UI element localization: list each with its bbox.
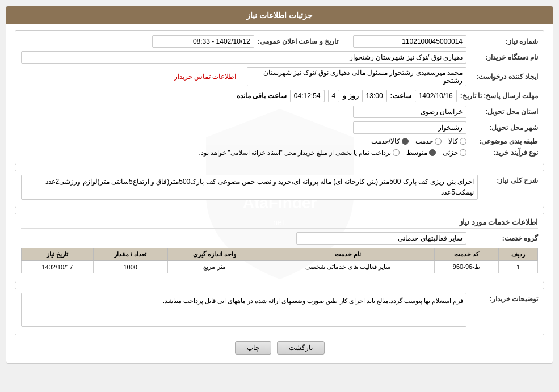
cell-quantity: 1000 <box>93 261 167 273</box>
creator-row: ایجاد کننده درخواست: محمد میرسعیدی رشتخو… <box>21 67 538 86</box>
deadline-time-box: 13:00 <box>362 90 387 102</box>
purchase-type-option-3-label: پرداخت تمام یا بخشی از مبلغ خریداز محل "… <box>199 149 391 157</box>
city-value: رشتخوار <box>353 121 466 134</box>
purchase-type-option-2[interactable]: متوسط <box>406 149 436 157</box>
services-section-title: اطلاعات خدمات مورد نیاز <box>21 218 538 229</box>
city-label: شهر محل تحویل: <box>470 124 538 132</box>
deadline-time-label: ساعت: <box>390 92 411 100</box>
creator-value: محمد میرسعیدی رشتخوار مسئول مالی دهیاری … <box>247 67 467 86</box>
print-button[interactable]: چاپ <box>235 341 271 355</box>
col-header-name: نام خدمت <box>262 248 434 261</box>
main-card: جزئیات اطلاعات نیاز AtaFinder .net شماره… <box>6 6 553 364</box>
need-number-label: شماره نیاز: <box>470 37 538 45</box>
page-wrapper: جزئیات اطلاعات نیاز AtaFinder .net شماره… <box>0 0 559 392</box>
cell-date: 1402/10/17 <box>22 261 94 273</box>
category-option-1-label: کالا <box>448 137 458 145</box>
back-button[interactable]: بازگشت <box>277 341 325 355</box>
creator-label: ایجاد کننده درخواست: <box>470 73 538 81</box>
category-option-3-label: کالا/خدمت <box>371 137 400 145</box>
need-number-value: 1102100045000014 <box>353 35 466 48</box>
cell-unit: متر مربع <box>167 261 262 273</box>
need-description-value: اجرای بتن ریزی کف پارک 500متر (بتن کارخا… <box>21 175 478 200</box>
cell-row: 1 <box>499 261 538 273</box>
purchase-type-option-1[interactable]: جزئی <box>443 149 466 157</box>
purchase-radio-icon-3 <box>393 149 400 156</box>
radio-icon-2 <box>435 138 442 145</box>
category-option-2-label: خدمت <box>415 137 433 145</box>
radio-icon-3 <box>402 138 409 145</box>
content: شماره نیاز: 1102100045000014 تاریخ و ساع… <box>15 30 544 357</box>
purchase-type-label: نوع فرآیند خرید: <box>470 149 538 157</box>
deadline-label: مهلت ارسال پاسخ: تا تاریخ: <box>460 92 538 100</box>
radio-icon-1 <box>460 138 466 145</box>
deadline-remaining-box: 04:12:54 <box>290 90 325 102</box>
purchase-type-option-3[interactable]: پرداخت تمام یا بخشی از مبلغ خریداز محل "… <box>199 149 400 157</box>
deadline-day-label: روز و <box>343 92 358 100</box>
datetime-label: تاریخ و ساعت اعلان عمومی: <box>258 37 338 45</box>
deadline-days-box: 4 <box>328 90 340 102</box>
deadline-row: مهلت ارسال پاسخ: تا تاریخ: 1402/10/16 سا… <box>21 90 538 102</box>
services-section: اطلاعات خدمات مورد نیاز گروه خدمت: سایر … <box>15 213 544 283</box>
table-row: 1 ط-96-960 سایر فعالیت های خدماتی شخصی م… <box>22 261 538 273</box>
category-option-2[interactable]: خدمت <box>415 137 442 145</box>
notes-label: توضیحات خریدار: <box>470 295 538 303</box>
city-row: شهر محل تحویل: رشتخوار <box>21 121 538 134</box>
table-header-row: ردیف کد خدمت نام خدمت واحد اندازه گیری ت… <box>22 248 538 261</box>
purchase-type-option-1-label: جزئی <box>443 149 458 157</box>
purchase-radio-icon-2 <box>429 149 436 156</box>
purchase-type-row: نوع فرآیند خرید: جزئی متوسط <box>21 149 538 157</box>
notes-value: فرم استعلام بها پیوست گردد.مبالغ باید اج… <box>21 293 466 327</box>
col-header-row: ردیف <box>499 248 538 261</box>
need-description-section: شرح کلی نیاز: اجرای بتن ریزی کف پارک 500… <box>15 170 544 208</box>
need-number-row: شماره نیاز: 1102100045000014 تاریخ و ساع… <box>21 35 538 48</box>
service-group-label: گروه خدمت: <box>470 234 538 242</box>
cell-name: سایر فعالیت های خدماتی شخصی <box>262 261 434 273</box>
creator-contact-link[interactable]: اطلاعات تماس خریدار <box>21 70 240 83</box>
button-row: بازگشت چاپ <box>15 341 544 357</box>
category-option-1[interactable]: کالا <box>448 137 466 145</box>
datetime-value: 1402/10/12 - 08:33 <box>152 35 254 48</box>
category-row: طبقه بندی موضوعی: کالا خدمت <box>21 137 538 145</box>
purchase-radio-icon-1 <box>460 149 466 156</box>
notes-section: توضیحات خریدار: فرم استعلام بها پیوست گر… <box>15 288 544 335</box>
page-title: جزئیات اطلاعات نیاز <box>6 6 553 24</box>
deadline-date-box: 1402/10/16 <box>415 90 457 102</box>
province-value: خراسان رضوی <box>353 106 466 118</box>
need-description-row: شرح کلی نیاز: اجرای بتن ریزی کف پارک 500… <box>21 175 538 200</box>
need-description-label: شرح کلی نیاز: <box>481 176 538 184</box>
services-table: ردیف کد خدمت نام خدمت واحد اندازه گیری ت… <box>21 248 538 273</box>
category-option-3[interactable]: کالا/خدمت <box>371 137 409 145</box>
col-header-quantity: تعداد / مقدار <box>93 248 167 261</box>
service-group-value: سایر فعالیتهای خدماتی <box>296 232 466 245</box>
category-label: طبقه بندی موضوعی: <box>470 137 538 145</box>
service-group-row: گروه خدمت: سایر فعالیتهای خدماتی <box>21 232 538 245</box>
purchase-type-radio-group: جزئی متوسط پرداخت تمام یا بخشی از مبلغ خ… <box>199 149 466 157</box>
category-radio-group: کالا خدمت کالا/خدمت <box>371 137 466 145</box>
buyer-unit-value: دهیاری نوق /نوک نیز شهرستان رشتخوار <box>21 51 466 64</box>
purchase-type-option-2-label: متوسط <box>406 149 427 157</box>
deadline-remaining-label: ساعت باقی مانده <box>237 92 287 100</box>
buyer-unit-label: نام دستگاه خریدار: <box>470 53 538 61</box>
notes-row: توضیحات خریدار: فرم استعلام بها پیوست گر… <box>21 293 538 327</box>
card-body: AtaFinder .net شماره نیاز: 1102100045000… <box>6 24 553 363</box>
province-row: استان محل تحویل: خراسان رضوی <box>21 106 538 118</box>
buyer-unit-row: نام دستگاه خریدار: دهیاری نوق /نوک نیز ش… <box>21 51 538 64</box>
col-header-date: تاریخ نیاز <box>22 248 94 261</box>
cell-code: ط-96-960 <box>434 261 499 273</box>
basic-info-section: شماره نیاز: 1102100045000014 تاریخ و ساع… <box>15 30 544 165</box>
province-label: استان محل تحویل: <box>470 108 538 116</box>
col-header-unit: واحد اندازه گیری <box>167 248 262 261</box>
col-header-code: کد خدمت <box>434 248 499 261</box>
